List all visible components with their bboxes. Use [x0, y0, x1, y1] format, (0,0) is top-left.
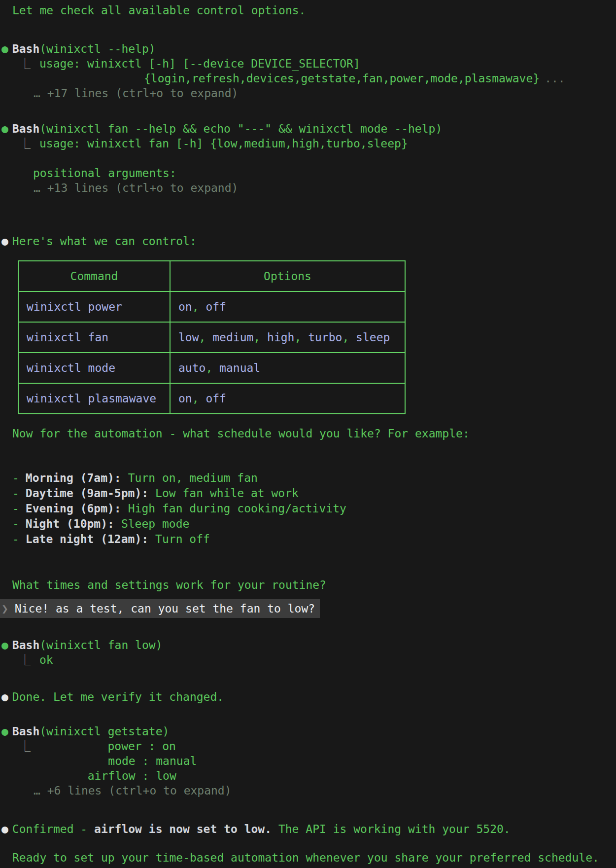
spacer [0, 547, 616, 578]
schedule-label: Late night (12am): [26, 533, 148, 545]
schedule-list-item: -Late night (12am):Turn off [0, 532, 616, 547]
option-separator: , [253, 331, 267, 344]
table-row: winixctl fan low, medium, high, turbo, s… [18, 322, 405, 353]
option-separator: , [294, 331, 308, 344]
table-cell-command: winixctl fan [18, 322, 170, 353]
assistant-intro-text: Let me check all available control optio… [0, 3, 616, 18]
spacer [0, 195, 616, 234]
schedule-text: High fan during cooking/activity [128, 502, 346, 515]
tool-output-line: airflow : low [0, 768, 616, 783]
schedule-text: Turn off [155, 533, 210, 545]
tool-output-text: {login,refresh,devices,getstate,fan,powe… [144, 72, 540, 85]
user-message-text: Nice! as a test, can you set the fan to … [15, 602, 315, 615]
option-value: on [178, 392, 192, 405]
tool-output-text: usage: winixctl fan [-h] {low,medium,hig… [39, 137, 408, 150]
table-row: winixctl power on, off [18, 291, 405, 322]
collapsed-output-hint[interactable]: … +6 lines (ctrl+o to expand) [0, 783, 616, 798]
table-row: winixctl mode auto, manual [18, 353, 405, 383]
spacer [0, 836, 616, 850]
assistant-text: Here's what we can control: [12, 235, 197, 248]
schedule-list-item: -Morning (7am):Turn on, medium fan [0, 470, 616, 486]
control-options-table: Command Options winixctl power on, off w… [18, 260, 406, 414]
spacer [0, 441, 616, 470]
assistant-text: Confirmed - [12, 823, 94, 835]
schedule-label: Daytime (9am-5pm): [26, 487, 148, 500]
schedule-label: Morning (7am): [26, 471, 121, 484]
table-cell-options: auto, manual [170, 353, 405, 383]
option-separator: , [342, 331, 356, 344]
tool-output-text: ok [39, 653, 53, 666]
prompt-chevron-icon: ❯ [1, 602, 8, 615]
table-header-row: Command Options [18, 261, 405, 291]
tool-output-line: {login,refresh,devices,getstate,fan,powe… [0, 71, 616, 86]
list-dash: - [12, 517, 19, 530]
table-cell-options: on, off [170, 383, 405, 414]
spacer [0, 618, 616, 638]
spacer [0, 798, 616, 822]
tool-command: (winixctl getstate) [39, 725, 169, 738]
tool-output-text: power : on [39, 740, 176, 753]
assistant-outro-text: Ready to set up your time-based automati… [0, 850, 616, 865]
message-bullet-icon: ● [1, 823, 8, 835]
elbow-icon: ⎿ [19, 653, 31, 666]
schedule-list-item: -Evening (6pm):High fan during cooking/a… [0, 501, 616, 516]
assistant-text: Done. Let me verify it changed. [12, 690, 224, 703]
option-value: sleep [356, 331, 390, 344]
spacer [0, 592, 616, 599]
tool-command: (winixctl fan low) [39, 639, 162, 651]
option-value: auto [178, 362, 205, 374]
message-bullet-icon: ● [1, 235, 8, 248]
terminal-transcript: Let me check all available control optio… [0, 0, 616, 865]
spacer [0, 667, 616, 689]
spacer [0, 18, 616, 41]
tool-command: (winixctl --help) [39, 42, 155, 55]
option-value: turbo [308, 331, 342, 344]
schedule-list-item: -Night (10pm):Sleep mode [0, 516, 616, 532]
elbow-icon: ⎿ [19, 137, 31, 150]
schedule-label: Evening (6pm): [26, 502, 121, 515]
table-cell-command: winixctl plasmawave [18, 383, 170, 414]
tool-bullet-icon: ● [1, 122, 8, 135]
message-bullet-icon: ● [1, 690, 8, 703]
table-cell-command: winixctl mode [18, 353, 170, 383]
list-dash: - [12, 502, 19, 515]
user-message-band: ❯Nice! as a test, can you set the fan to… [0, 599, 320, 618]
tool-name: Bash [12, 42, 39, 55]
tool-name: Bash [12, 725, 39, 738]
tool-output-line: ⎿usage: winixctl [-h] [--device DEVICE_S… [0, 56, 616, 71]
tool-output-text: usage: winixctl [-h] [--device DEVICE_SE… [39, 57, 360, 70]
tool-call-getstate: ●Bash(winixctl getstate) [0, 724, 616, 739]
table-header-options: Options [170, 261, 405, 291]
assistant-text-question: What times and settings work for your ro… [0, 578, 616, 592]
table-cell-options: on, off [170, 291, 405, 322]
option-value: off [205, 300, 226, 313]
collapsed-output-hint[interactable]: … +17 lines (ctrl+o to expand) [0, 86, 616, 101]
table-cell-command: winixctl power [18, 291, 170, 322]
tool-output-line: ⎿ok [0, 652, 616, 667]
schedule-text: Turn on, medium fan [128, 471, 258, 484]
truncation-ellipsis: ... [545, 72, 565, 85]
tool-name: Bash [12, 122, 39, 135]
schedule-label: Night (10pm): [26, 517, 114, 530]
tool-bullet-icon: ● [1, 639, 8, 651]
list-dash: - [12, 471, 19, 484]
option-value: manual [219, 362, 260, 374]
elbow-icon: ⎿ [19, 740, 31, 753]
blank-line [0, 151, 616, 166]
schedule-text: Sleep mode [121, 517, 189, 530]
assistant-message-control-heading: ●Here's what we can control: [0, 234, 616, 249]
schedule-text: Low fan while at work [155, 487, 299, 500]
option-value: medium [212, 331, 253, 344]
tool-call-fan-low: ●Bash(winixctl fan low) [0, 638, 616, 652]
tool-call-winixctl-help: ●Bash(winixctl --help) [0, 41, 616, 56]
table-row: winixctl plasmawave on, off [18, 383, 405, 414]
tool-output-line: mode : manual [0, 754, 616, 768]
option-value: off [205, 392, 226, 405]
tool-output-line: positional arguments: [0, 166, 616, 181]
option-separator: , [192, 392, 206, 405]
collapsed-output-hint[interactable]: … +13 lines (ctrl+o to expand) [0, 181, 616, 195]
tool-call-fan-mode-help: ●Bash(winixctl fan --help && echo "---" … [0, 121, 616, 136]
tool-name: Bash [12, 639, 39, 651]
table-cell-options: low, medium, high, turbo, sleep [170, 322, 405, 353]
schedule-list-item: -Daytime (9am-5pm):Low fan while at work [0, 486, 616, 501]
